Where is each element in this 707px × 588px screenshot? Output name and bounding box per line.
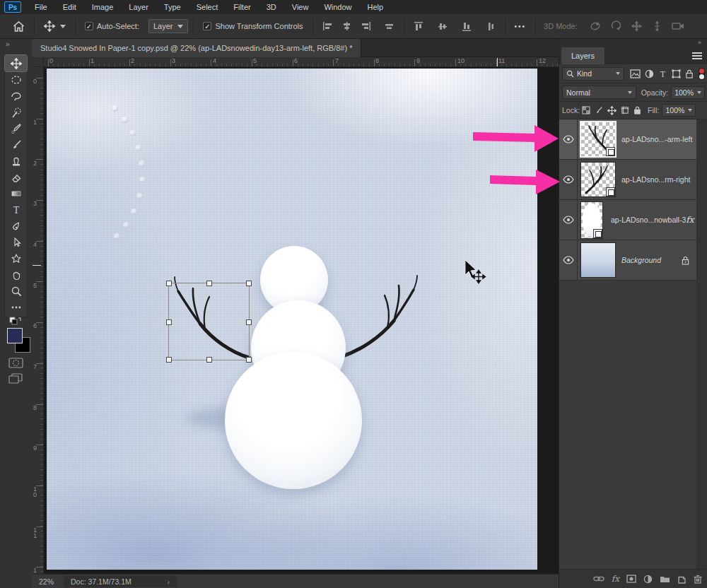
layer-name[interactable]: ap-LADsno...nowball-3 [611, 216, 686, 224]
add-mask-icon[interactable] [626, 575, 636, 583]
auto-select-checkbox[interactable]: ✓ Auto-Select: [81, 16, 144, 36]
link-layers-icon[interactable] [593, 575, 604, 582]
document-canvas[interactable] [47, 69, 537, 570]
transform-handle-s[interactable] [206, 357, 212, 363]
new-layer-icon[interactable] [677, 575, 686, 584]
align-left-icon[interactable] [318, 16, 337, 36]
ruler-vertical[interactable]: 0 1 2 3 4 5 6 7 8 9 10 11 12 [32, 67, 44, 574]
auto-select-dropdown[interactable]: Layer [148, 19, 189, 33]
tab-layers[interactable]: Layers [561, 47, 604, 64]
layer-style-icon[interactable]: fx [612, 574, 619, 584]
align-center-h-icon[interactable] [337, 16, 356, 36]
menu-help[interactable]: Help [360, 0, 392, 14]
menu-view[interactable]: View [284, 0, 317, 14]
distribute-h-icon[interactable] [380, 16, 399, 36]
shape-tool[interactable] [5, 250, 27, 266]
lasso-tool[interactable] [5, 88, 27, 104]
layer-thumbnail[interactable] [581, 163, 615, 196]
document-tab[interactable]: Studio4 Snowed In Paper-1 copy.psd @ 22%… [32, 39, 361, 57]
layer-thumbnail[interactable] [581, 202, 602, 238]
ruler-corner[interactable] [32, 57, 44, 67]
collapse-toolbar-icon[interactable]: » [6, 40, 11, 48]
panel-menu-icon[interactable] [692, 52, 702, 59]
visibility-toggle[interactable] [559, 240, 578, 280]
zoom-tool[interactable] [5, 283, 27, 299]
layer-row-snowball[interactable]: ap-LADsno...nowball-3 fx [559, 200, 696, 240]
menu-type[interactable]: Type [156, 0, 189, 14]
document-size-field[interactable]: Doc: 37.1M/73.1M › [64, 576, 177, 587]
filter-adjustment-icon[interactable] [645, 69, 654, 78]
layer-name[interactable]: ap-LADsno...rm-right [621, 175, 696, 184]
show-transform-checkbox[interactable]: ✓ Show Transform Controls [199, 16, 307, 36]
lock-artboard-icon[interactable] [621, 106, 629, 114]
filter-kind-dropdown[interactable]: Kind [562, 67, 624, 81]
blend-mode-dropdown[interactable]: Normal [562, 86, 636, 99]
transform-bounding-box[interactable] [168, 283, 250, 360]
menu-file[interactable]: File [27, 0, 55, 14]
path-selection-tool[interactable] [5, 234, 27, 250]
eyedropper-tool[interactable] [5, 120, 27, 136]
collapse-panel-icon[interactable]: » [559, 39, 707, 47]
zoom-level[interactable]: 22% [39, 577, 54, 586]
pen-tool[interactable] [5, 218, 27, 234]
layer-row-background[interactable]: Background [559, 240, 696, 281]
ruler-horizontal[interactable]: 0 1 2 3 4 5 6 7 8 9 10 11 12 [44, 57, 559, 67]
transform-handle-n[interactable] [206, 281, 212, 286]
transform-handle-ne[interactable] [246, 281, 252, 286]
transform-handle-w[interactable] [166, 319, 172, 325]
layer-row-arm-right[interactable]: ap-LADsno...rm-right [559, 160, 696, 200]
opacity-value-box[interactable]: 100% [671, 86, 705, 99]
delete-layer-icon[interactable] [694, 575, 702, 584]
marquee-tool[interactable] [5, 71, 27, 88]
filter-shape-icon[interactable] [672, 69, 681, 78]
default-colors-icon[interactable] [9, 317, 22, 327]
transform-handle-sw[interactable] [166, 357, 172, 363]
adjustment-layer-icon[interactable] [643, 575, 653, 584]
menu-edit[interactable]: Edit [55, 0, 84, 14]
hand-tool[interactable] [5, 266, 27, 283]
layer-name[interactable]: ap-LADsno...-arm-left [621, 135, 696, 143]
lock-paint-icon[interactable] [595, 106, 603, 114]
edit-toolbar-icon[interactable] [5, 299, 27, 315]
filter-type-icon[interactable]: T [658, 69, 667, 78]
lock-move-icon[interactable] [607, 106, 617, 115]
gradient-tool[interactable] [5, 185, 27, 201]
new-group-icon[interactable] [660, 575, 670, 583]
quick-selection-tool[interactable] [5, 104, 27, 120]
menu-window[interactable]: Window [316, 0, 359, 14]
visibility-toggle[interactable] [559, 160, 578, 199]
clone-stamp-tool[interactable] [5, 153, 27, 169]
eraser-tool[interactable] [5, 169, 27, 185]
layer-name[interactable]: Background [621, 256, 682, 264]
lock-all-icon[interactable] [633, 106, 641, 114]
menu-image[interactable]: Image [84, 0, 122, 14]
transform-handle-se[interactable] [246, 357, 252, 363]
align-right-icon[interactable] [356, 16, 375, 36]
type-tool[interactable]: T [5, 201, 27, 218]
layer-thumbnail[interactable] [581, 122, 615, 156]
layer-row-arm-left[interactable]: ap-LADsno...-arm-left [559, 119, 696, 160]
menu-layer[interactable]: Layer [121, 0, 156, 14]
filter-toggle-switch[interactable] [699, 68, 705, 80]
move-tool-preset-icon[interactable] [40, 16, 70, 36]
transform-handle-e[interactable] [246, 319, 252, 325]
align-bottom-icon[interactable] [457, 16, 476, 36]
filter-smart-object-icon[interactable] [685, 69, 694, 78]
menu-3d[interactable]: 3D [259, 0, 284, 14]
distribute-v-icon[interactable] [481, 16, 500, 36]
menu-select[interactable]: Select [189, 0, 226, 14]
layer-thumbnail[interactable] [581, 243, 615, 277]
fill-value-box[interactable]: 100% [662, 104, 696, 117]
home-icon[interactable] [8, 16, 29, 36]
transform-handle-nw[interactable] [166, 281, 172, 286]
foreground-color-swatch[interactable] [7, 328, 23, 343]
visibility-toggle[interactable] [559, 200, 578, 240]
lock-transparent-icon[interactable] [582, 106, 590, 114]
menu-filter[interactable]: Filter [226, 0, 258, 14]
visibility-toggle[interactable] [559, 119, 578, 159]
brush-tool[interactable] [5, 136, 27, 153]
align-top-icon[interactable] [409, 16, 428, 36]
filter-image-icon[interactable] [630, 69, 641, 78]
move-tool[interactable] [5, 55, 27, 71]
panel-scrollbar[interactable] [696, 119, 707, 588]
